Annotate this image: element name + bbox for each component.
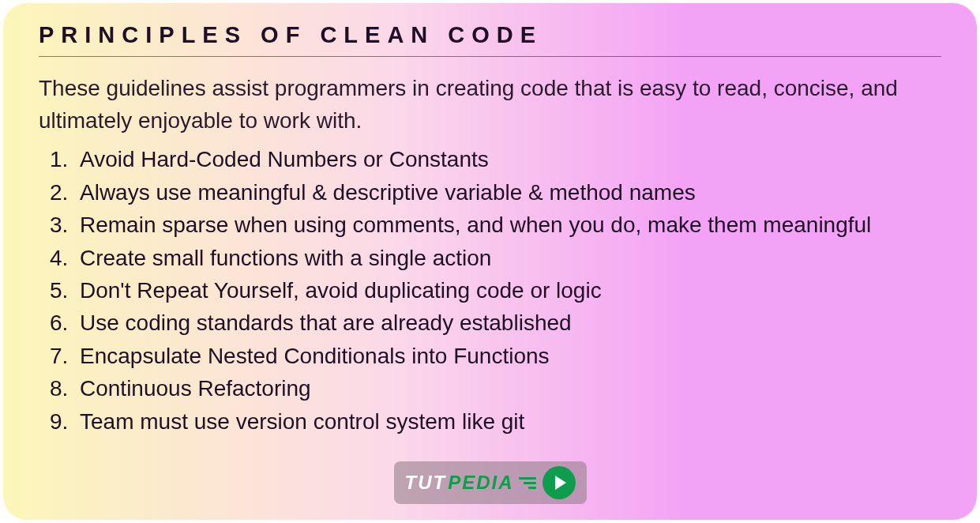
document-card: PRINCIPLES OF CLEAN CODE These guideline… [3,3,977,520]
list-item: Remain sparse when using comments, and w… [80,209,941,241]
document-title: PRINCIPLES OF CLEAN CODE [39,22,941,57]
watermark-badge[interactable]: TUT PEDIA [393,461,586,504]
list-item: Always use meaningful & descriptive vari… [80,176,941,209]
watermark-text-green: PEDIA [448,472,513,494]
list-item: Team must use version control system lik… [80,405,941,438]
list-item: Use coding standards that are already es… [80,307,941,339]
list-item: Avoid Hard-Coded Numbers or Constants [80,143,941,175]
intro-paragraph: These guidelines assist programmers in c… [39,73,941,137]
list-item: Create small functions with a single act… [80,242,941,274]
list-item: Continuous Refactoring [80,372,941,404]
play-icon[interactable] [543,466,576,499]
principles-list: Avoid Hard-Coded Numbers or Constants Al… [39,143,941,438]
motion-lines-icon [519,477,536,489]
watermark-text: TUT PEDIA [404,472,535,494]
list-item: Don't Repeat Yourself, avoid duplicating… [80,274,941,307]
watermark-text-white: TUT [404,472,446,494]
list-item: Encapsulate Nested Conditionals into Fun… [80,340,941,372]
